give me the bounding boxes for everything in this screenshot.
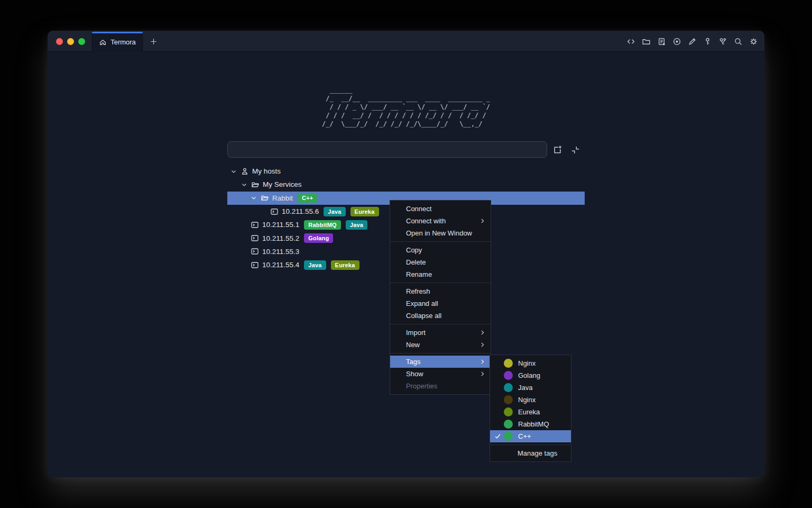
tree-label: Rabbit — [272, 194, 293, 202]
desktop: Termora — [0, 0, 812, 508]
tag-badge: Java — [346, 220, 367, 230]
user-icon — [240, 167, 249, 176]
menu-item-connect-with[interactable]: Connect with — [390, 215, 491, 227]
edit-icon[interactable] — [687, 37, 697, 46]
menu-item-tags[interactable]: Tags — [390, 356, 491, 368]
minimize-button[interactable] — [67, 38, 74, 45]
search-icon[interactable] — [733, 37, 743, 46]
submenu-item-tag[interactable]: Java — [490, 382, 571, 394]
tree-label: 10.211.55.4 — [262, 261, 299, 269]
tree-label: 10.211.55.2 — [262, 234, 299, 242]
tree-label: 10.211.55.6 — [282, 207, 319, 215]
ascii-line: / / / __/ / / / / / / / /_/ / / / /_/ / — [322, 111, 490, 120]
tag-color-dot — [504, 395, 513, 404]
menu-item-properties: Properties — [390, 380, 491, 392]
menu-item-new[interactable]: New — [390, 339, 491, 351]
menu-item-rename[interactable]: Rename — [390, 268, 491, 280]
chevron-down-icon[interactable] — [250, 194, 258, 202]
keychain-icon[interactable] — [718, 37, 727, 46]
key-icon[interactable] — [703, 37, 712, 46]
close-button[interactable] — [56, 38, 63, 45]
tree-row-my-services[interactable]: My Services — [227, 178, 585, 191]
chevron-down-icon[interactable] — [229, 168, 238, 175]
tag-color-dot — [504, 359, 513, 368]
tag-badge: Java — [324, 207, 345, 216]
search-input[interactable] — [227, 141, 547, 158]
folder-open-icon — [260, 194, 269, 202]
menu-item-connect[interactable]: Connect — [390, 203, 491, 215]
tag-badge: Eureka — [331, 260, 359, 270]
menu-separator — [390, 283, 491, 283]
ascii-line: / / / _ \/ ___/ __ `__ \/ __ \/ ___/ __ … — [322, 103, 490, 111]
check-icon — [494, 433, 504, 440]
tag-badge: RabbitMQ — [304, 220, 341, 230]
tag-color-dot — [504, 407, 513, 416]
tree-row-my-hosts[interactable]: My hosts — [227, 165, 585, 178]
tag-color-dot — [504, 432, 513, 441]
menu-separator — [490, 444, 571, 445]
tree-label: 10.211.55.3 — [262, 248, 299, 256]
chevron-right-icon — [479, 329, 486, 336]
submenu-item-tag[interactable]: Golang — [490, 369, 571, 382]
submenu-item-tag[interactable]: Eureka — [490, 406, 571, 418]
menu-item-expand-all[interactable]: Expand all — [390, 297, 491, 310]
submenu-item-manage-tags[interactable]: Manage tags — [490, 447, 571, 459]
terminal-icon — [250, 261, 259, 269]
terminal-icon — [270, 207, 279, 216]
home-icon — [99, 38, 107, 46]
terminal-icon — [250, 234, 259, 242]
tag-badge: Java — [304, 260, 326, 270]
menu-item-show[interactable]: Show — [390, 368, 491, 380]
collapse-all-icon[interactable] — [570, 144, 580, 155]
tag-badge: Eureka — [350, 207, 379, 216]
menu-item-delete[interactable]: Delete — [390, 256, 491, 268]
submenu-item-tag-checked[interactable]: C++ — [490, 430, 571, 442]
ascii-line: ______ — [322, 86, 490, 94]
tags-submenu: Nginx Golang Java Nginx Eureka — [490, 355, 571, 462]
tag-badge: C++ — [298, 193, 317, 203]
record-icon[interactable] — [672, 37, 681, 46]
new-tab-button[interactable] — [148, 36, 159, 47]
chevron-right-icon — [479, 358, 486, 365]
submenu-item-tag[interactable]: Nginx — [490, 394, 571, 406]
add-host-icon[interactable] — [552, 144, 562, 155]
menu-item-import[interactable]: Import — [390, 326, 491, 339]
tree-label: My hosts — [252, 167, 281, 175]
menu-item-collapse-all[interactable]: Collapse all — [390, 310, 491, 322]
traffic-lights — [56, 38, 85, 45]
app-window: Termora — [48, 31, 764, 477]
titlebar: Termora — [48, 31, 764, 52]
tag-color-dot — [504, 420, 513, 429]
menu-item-open-in-new-window[interactable]: Open in New Window — [390, 227, 491, 239]
settings-icon[interactable] — [749, 37, 758, 46]
terminal-icon — [250, 221, 259, 229]
ascii-line: /_ __/__ _________ ___ ____ _________ _ — [322, 94, 490, 103]
tree-label: My Services — [263, 180, 302, 188]
menu-separator — [390, 353, 491, 353]
zoom-button[interactable] — [78, 38, 85, 45]
tab-termora[interactable]: Termora — [92, 32, 143, 52]
context-menu: Connect Connect with Open in New Window … — [390, 200, 491, 395]
menu-item-copy[interactable]: Copy — [390, 244, 491, 256]
menu-item-refresh[interactable]: Refresh — [390, 285, 491, 297]
search-row — [227, 141, 585, 158]
folder-icon[interactable] — [641, 37, 651, 46]
code-icon[interactable] — [626, 37, 635, 46]
main-content: ______ /_ __/__ _________ ___ ____ _____… — [48, 52, 764, 477]
ascii-banner: ______ /_ __/__ _________ ___ ____ _____… — [48, 86, 764, 128]
chevron-right-icon — [479, 217, 486, 224]
chevron-down-icon[interactable] — [240, 181, 248, 188]
folder-open-icon — [251, 180, 260, 189]
tag-badge: Golang — [304, 233, 333, 243]
submenu-item-tag[interactable]: RabbitMQ — [490, 418, 571, 430]
tag-color-dot — [504, 383, 513, 392]
submenu-item-tag[interactable]: Nginx — [490, 357, 571, 369]
tab-label: Termora — [110, 38, 136, 46]
tree-label: 10.211.55.1 — [262, 221, 299, 229]
chevron-right-icon — [479, 341, 486, 348]
log-icon[interactable] — [657, 37, 666, 46]
terminal-icon — [250, 247, 259, 256]
tag-color-dot — [504, 371, 513, 380]
titlebar-actions — [626, 31, 758, 52]
chevron-right-icon — [479, 370, 486, 377]
